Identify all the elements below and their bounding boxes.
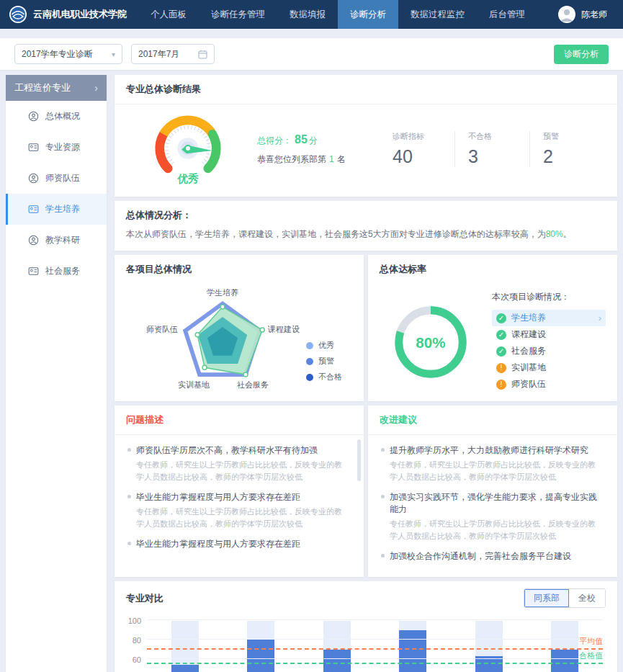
stat-indicators: 诊断指标 40 (380, 131, 454, 167)
svg-text:学生培养: 学生培养 (207, 288, 238, 297)
legend-dot (306, 342, 313, 349)
nav-item-task-management[interactable]: 诊断任务管理 (199, 0, 277, 29)
suggestions-list: 提升教师学历水平，大力鼓励教师进行科研学术研究 专任教师，研究生以上学历教师占比… (368, 435, 617, 577)
bar (247, 640, 274, 672)
stat-failed: 不合格 3 (454, 131, 529, 167)
date-picker-value: 2017年7月 (138, 48, 179, 61)
toggle-whole-school[interactable]: 全校 (569, 589, 605, 607)
top-navbar: 云南机电职业技术学院 个人面板 诊断任务管理 数据填报 诊断分析 数据过程监控 … (0, 0, 623, 29)
legend-dot (306, 374, 313, 381)
school-name: 云南机电职业技术学院 (33, 8, 127, 21)
rank-prefix: 恭喜您位列系部第 (257, 154, 326, 164)
bar-column (171, 621, 199, 672)
id-card-icon (28, 142, 39, 153)
plot-area: 平均值 合格值 (147, 621, 603, 672)
analysis-card: 总体情况分析： 本次从师资队伍，学生培养，课程建设，实训基地，社会服务这5大方面… (115, 201, 617, 251)
bar (399, 630, 426, 672)
suggestions-title: 改进建议 (368, 406, 617, 435)
sidebar-item-student-training[interactable]: 学生培养 (6, 194, 107, 225)
analysis-title: 总体情况分析： (126, 209, 606, 222)
bullet-dot (127, 542, 131, 545)
sidebar-item-research[interactable]: 教学科研 (6, 225, 107, 256)
bar-column (551, 621, 578, 672)
nav-item-diagnosis-analysis[interactable]: 诊断分析 (338, 0, 398, 29)
svg-text:师资队伍: 师资队伍 (146, 325, 178, 333)
nav-item-personal-dashboard[interactable]: 个人面板 (138, 0, 199, 29)
list-item: 毕业生能力掌握程度与用人方要求存在差距 专任教师，研究生以上学历教师占比比较低，… (127, 491, 348, 529)
bar (171, 665, 199, 672)
diagnosis-item-training-base[interactable]: !实训基地› (492, 359, 606, 376)
toggle-same-department[interactable]: 同系部 (524, 589, 569, 607)
sidebar-item-label: 教学科研 (45, 234, 80, 246)
legend-item-warning: 预警 (306, 356, 342, 367)
diagnosis-item-course-building[interactable]: ✓课程建设› (492, 326, 606, 343)
sidebar-item-faculty[interactable]: 师资队伍 (6, 163, 107, 194)
date-picker[interactable]: 2017年7月 (131, 44, 215, 64)
summary-stats: 诊断指标 40 不合格 3 预警 2 (380, 131, 604, 167)
score-unit: 分 (309, 135, 318, 145)
sidebar-item-social-service[interactable]: 社会服务 (6, 256, 107, 287)
average-line-label: 平均值 (579, 636, 603, 647)
analysis-text: 本次从师资队伍，学生培养，课程建设，实训基地，社会服务这5大方面对专业进修诊断总… (126, 228, 606, 241)
sidebar-item-label: 专业资源 (45, 141, 80, 153)
lists-row: 问题描述 师资队伍学历层次不高，教学科研水平有待加强 专任教师，研究生以上学历教… (115, 406, 617, 577)
nav-item-admin[interactable]: 后台管理 (477, 0, 537, 29)
legend-item-failed: 不合格 (306, 372, 342, 382)
scrollbar-thumb[interactable] (357, 439, 361, 481)
bar-column (399, 621, 426, 672)
summary-title: 专业总体诊断结果 (115, 75, 617, 104)
sidebar-item-overview[interactable]: 总体概况 (6, 101, 107, 132)
id-card-icon (28, 266, 39, 277)
problems-title: 问题描述 (115, 406, 364, 435)
diagnosis-select-value: 2017学年专业诊断 (22, 48, 93, 61)
y-axis: 0406080100 (118, 621, 141, 672)
bullet-dot (381, 554, 385, 557)
avatar (558, 6, 575, 23)
main-nav: 个人面板 诊断任务管理 数据填报 诊断分析 数据过程监控 后台管理 (138, 0, 537, 29)
bullet-dot (381, 495, 385, 498)
diagnosis-item-social-service[interactable]: ✓社会服务› (492, 343, 606, 359)
average-line: 平均值 (147, 648, 603, 650)
sidebar: 工程造价专业 › 总体概况 专业资源 师资队伍 学生培养 教学科研 社会服务 (6, 75, 107, 672)
user-menu[interactable]: 陈老师 (558, 6, 623, 23)
list-item: 加强校企合作沟通机制，完善社会服务平台建设 (381, 550, 601, 563)
donut-card: 总体达标率 80% 本次项目诊断情况： ✓学生培养› ✓课程建设› ✓社会服务›… (368, 255, 617, 401)
gauge-chart: 优秀 (145, 109, 231, 187)
status-icon: ! (496, 363, 506, 373)
bar (551, 650, 578, 672)
diagnosis-select[interactable]: 2017学年专业诊断 ▾ (14, 44, 122, 64)
sidebar-item-label: 师资队伍 (45, 172, 80, 184)
nav-item-process-monitoring[interactable]: 数据过程监控 (398, 0, 477, 29)
nav-item-data-reporting[interactable]: 数据填报 (277, 0, 338, 29)
user-name: 陈老师 (581, 9, 607, 21)
diagnosis-item-faculty[interactable]: !师资队伍› (492, 376, 606, 393)
diagnosis-list: 本次项目诊断情况： ✓学生培养› ✓课程建设› ✓社会服务› !实训基地› !师… (492, 291, 606, 393)
list-item: 毕业生能力掌握程度与用人方要求存在差距 (127, 538, 348, 550)
comparison-toggle: 同系部 全校 (524, 588, 606, 608)
pass-line: 合格值 (147, 663, 603, 664)
stat-warning: 预警 2 (529, 131, 604, 167)
charts-row: 各项目总体情况 学生培养 课程建设 社会服务 实训基地 师资队伍 优秀 预警 (115, 255, 617, 401)
school-logo-icon (9, 5, 27, 24)
status-icon: ✓ (496, 313, 506, 323)
bar-column (475, 621, 503, 672)
radar-legend: 优秀 预警 不合格 (306, 340, 342, 382)
diagnose-analyze-button[interactable]: 诊断分析 (554, 45, 609, 64)
id-card-icon (28, 204, 39, 215)
status-icon: ✓ (496, 346, 506, 357)
user-circle-icon (28, 173, 39, 184)
diagnosis-item-student-training[interactable]: ✓学生培养› (492, 310, 606, 326)
user-circle-icon (28, 235, 39, 246)
chevron-down-icon: ▾ (112, 50, 115, 58)
chevron-right-icon: › (599, 313, 601, 323)
bar-column (323, 621, 351, 672)
sidebar-major-header[interactable]: 工程造价专业 › (6, 75, 107, 101)
user-avatar-icon (558, 6, 575, 23)
donut-chart: 80% (388, 300, 473, 385)
radar-title: 各项目总体情况 (115, 255, 364, 284)
sidebar-item-resources[interactable]: 专业资源 (6, 132, 107, 163)
rank-suffix: 名 (337, 154, 346, 164)
legend-item-excellent: 优秀 (306, 340, 342, 351)
bullet-dot (381, 448, 385, 452)
status-icon: ✓ (496, 330, 506, 340)
